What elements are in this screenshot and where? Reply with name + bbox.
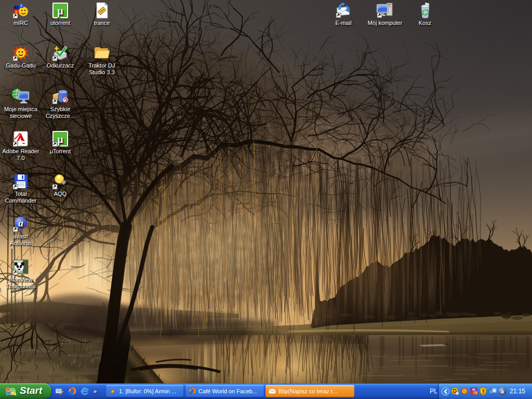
svg-text:a: a (18, 218, 23, 229)
svg-text:μ: μ (57, 5, 63, 17)
svg-text:m: m (472, 388, 475, 391)
svg-text:a: a (501, 388, 504, 394)
svg-text:μ: μ (57, 134, 63, 145)
